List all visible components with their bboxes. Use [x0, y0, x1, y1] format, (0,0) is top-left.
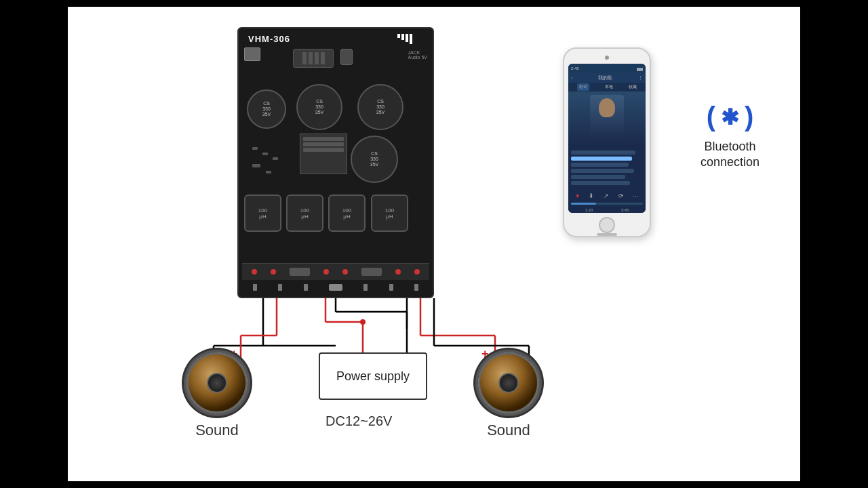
time-current: 1:20 [585, 208, 593, 212]
tab-3: 收藏 [629, 84, 637, 90]
left-speaker-label: Sound [195, 422, 239, 439]
bt-right-paren: ) [745, 102, 753, 132]
phone-status-bar: 2:46 ▮▮▮ [568, 64, 646, 73]
progress-bar-bg [571, 203, 643, 205]
phone: 2:46 ▮▮▮ ‹ 我的歌 ⋮ 歌词 本地 收藏 [563, 47, 651, 237]
dc-voltage-label: DC12~26V [326, 413, 392, 429]
small-comp-4 [252, 164, 260, 167]
power-supply-label: Power supply [336, 369, 410, 384]
phone-tabs: 歌词 本地 收藏 [568, 83, 646, 92]
right-speaker-label: Sound [487, 422, 530, 439]
progress-bar-fill [571, 203, 596, 205]
phone-speaker-grille [597, 233, 617, 236]
left-speaker-inner [207, 373, 227, 393]
lyric-5 [571, 181, 630, 185]
power-supply-box: Power supply [319, 352, 427, 400]
phone-nav-bar: ‹ 我的歌 ⋮ [568, 73, 646, 83]
small-comp-5 [266, 171, 271, 174]
right-speaker: Sound [478, 352, 539, 439]
right-speaker-cone [478, 352, 539, 413]
bluetooth-line1: Bluetooth [701, 139, 760, 155]
cap-3: CS33035V [357, 84, 403, 130]
bluetooth-icon: ✱ [721, 104, 739, 130]
inductor-1: 100μH [244, 195, 281, 232]
phone-controls: ♥ ⬇ ↗ ⟳ ··· 1:20 3:45 [568, 190, 646, 213]
phone-title: 我的歌 [598, 75, 612, 81]
lyric-3 [571, 169, 634, 173]
control-row-time: 1:20 3:45 [571, 208, 643, 212]
phone-back: ‹ [571, 75, 573, 81]
time-total: 3:45 [621, 208, 629, 212]
diagram-area: VHM-306 [95, 14, 773, 474]
svg-point-9 [360, 319, 366, 325]
phone-container: 2:46 ▮▮▮ ‹ 我的歌 ⋮ 歌词 本地 收藏 [563, 47, 651, 237]
small-comp-1 [252, 147, 258, 150]
bluetooth-container: ( ✱ ) Bluetooth connection [701, 102, 760, 171]
share-icon: ↗ [604, 192, 609, 199]
cap-4: CS33035V [351, 136, 398, 183]
lyric-2 [571, 163, 629, 167]
portrait-face [599, 98, 615, 117]
bluetooth-label: Bluetooth connection [701, 139, 760, 171]
phone-signal: ▮▮▮ [637, 66, 643, 71]
bluetooth-icon-wrap: ( ✱ ) [707, 102, 754, 132]
right-speaker-inner [498, 373, 519, 393]
heart-icon: ♥ [576, 192, 579, 199]
lyric-active [571, 157, 632, 161]
lyric-1 [571, 150, 635, 155]
cap-2: CS33035V [296, 84, 342, 130]
tab-1: 歌词 [577, 83, 589, 91]
main-chip [300, 134, 347, 174]
pcb-components: JACKAudio 5V CS33035V CS33035V CS33035V … [239, 28, 433, 297]
main-content: VHM-306 [68, 7, 800, 481]
inductor-4: 100μH [371, 195, 408, 232]
phone-camera [605, 56, 609, 60]
inductor-3: 100μH [328, 195, 366, 232]
pcb-board: VHM-306 [237, 27, 434, 298]
bluetooth-line2: connection [701, 155, 760, 170]
loop-icon: ⟳ [618, 192, 624, 199]
phone-more: ⋮ [638, 75, 643, 81]
download-icon: ⬇ [589, 192, 594, 199]
phone-screen: 2:46 ▮▮▮ ‹ 我的歌 ⋮ 歌词 本地 收藏 [568, 64, 646, 213]
small-comp-3 [273, 157, 278, 160]
cap-1: CS33035V [247, 89, 286, 129]
left-speaker-cone [186, 352, 248, 413]
phone-lyrics [568, 146, 646, 190]
lyric-4 [571, 175, 625, 179]
inductor-2: 100μH [286, 195, 323, 232]
phone-portrait [568, 92, 646, 146]
portrait-silhouette [590, 95, 624, 142]
phone-home-button [599, 217, 615, 233]
bt-left-paren: ( [707, 102, 715, 132]
phone-time: 2:46 [571, 66, 579, 70]
small-comp-2 [262, 152, 268, 155]
left-speaker: Sound [186, 352, 248, 439]
control-row-icons: ♥ ⬇ ↗ ⟳ ··· [571, 192, 643, 199]
tab-2: 本地 [605, 84, 613, 90]
more-icon: ··· [633, 192, 639, 199]
